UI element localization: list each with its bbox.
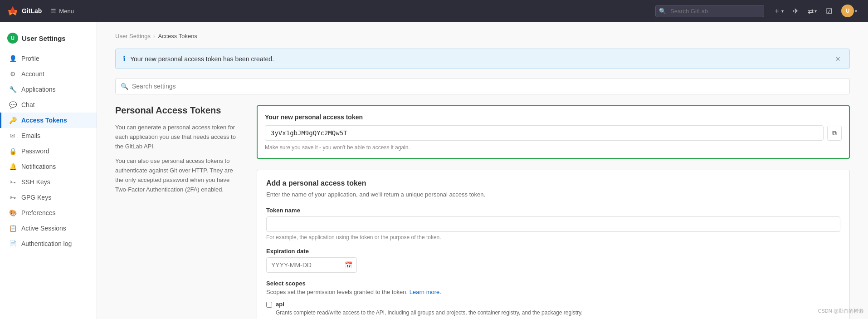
sidebar-header: U User Settings	[0, 29, 97, 51]
date-input-wrap: 📅	[266, 257, 357, 273]
nav-icons: ＋▾ ✈ ⇄▾ ☑ U ▾	[770, 2, 861, 20]
emails-icon: ✉	[9, 132, 17, 139]
sidebar-item-label: Preferences	[21, 209, 55, 216]
scope-api-item: api Grants complete read/write access to…	[266, 301, 840, 317]
todo-icon: ☑	[826, 7, 832, 15]
auth-log-icon: 📄	[9, 240, 17, 247]
section-title: Personal Access Tokens	[115, 105, 242, 116]
add-token-section: Add a personal access token Enter the na…	[257, 170, 850, 319]
breadcrumb: User Settings › Access Tokens	[115, 33, 850, 39]
password-icon: 🔒	[9, 147, 17, 155]
hamburger-icon: ☰	[51, 8, 56, 15]
breadcrumb-separator: ›	[153, 33, 155, 39]
sidebar-item-label: Password	[21, 147, 49, 155]
token-warning: Make sure you save it - you won't be abl…	[265, 144, 842, 151]
top-navigation: GitLab ☰ Menu 🔍 ＋▾ ✈ ⇄▾ ☑ U ▾	[0, 0, 868, 22]
sidebar-item-profile[interactable]: 👤 Profile	[0, 51, 97, 66]
sidebar-item-active-sessions[interactable]: 📋 Active Sessions	[0, 221, 97, 236]
scopes-group: Select scopes Scopes set the permission …	[266, 280, 840, 317]
sidebar-item-password[interactable]: 🔒 Password	[0, 143, 97, 159]
alert-close-button[interactable]: ×	[834, 55, 842, 63]
expiration-input[interactable]	[266, 257, 357, 273]
user-menu-button[interactable]: U ▾	[838, 2, 861, 20]
right-column: Your new personal access token ⧉ Make su…	[257, 105, 850, 319]
copy-token-button[interactable]: ⧉	[827, 126, 842, 141]
sidebar-item-gpg-keys[interactable]: 🗝 GPG Keys	[0, 190, 97, 205]
menu-label: Menu	[59, 8, 74, 15]
sidebar-item-account[interactable]: ⚙ Account	[0, 66, 97, 82]
sidebar-title: User Settings	[22, 34, 66, 42]
sidebar-item-applications[interactable]: 🔧 Applications	[0, 82, 97, 97]
sidebar-item-label: Emails	[21, 132, 40, 139]
token-value-row: ⧉	[265, 125, 842, 141]
main-content: User Settings › Access Tokens ℹ Your new…	[97, 22, 868, 319]
scope-api-info: api Grants complete read/write access to…	[276, 301, 583, 317]
account-icon: ⚙	[9, 70, 17, 78]
paperplane-icon: ✈	[793, 7, 799, 15]
sidebar-item-label: GPG Keys	[21, 194, 51, 201]
breadcrumb-parent[interactable]: User Settings	[115, 33, 151, 39]
scopes-label: Select scopes	[266, 280, 840, 287]
token-name-label: Token name	[266, 207, 840, 214]
access-tokens-icon: 🔑	[9, 117, 17, 124]
notifications-icon: 🔔	[9, 163, 17, 170]
token-name-input[interactable]	[266, 216, 840, 232]
sidebar-item-label: Access Tokens	[21, 117, 67, 124]
dropdown-chevron-icon: ▾	[781, 9, 784, 14]
avatar-chevron-icon: ▾	[855, 9, 857, 14]
paperplane-button[interactable]: ✈	[789, 4, 802, 18]
sidebar-item-chat[interactable]: 💬 Chat	[0, 97, 97, 113]
sidebar-item-label: Applications	[21, 86, 56, 93]
search-wrap: 🔍	[655, 5, 764, 17]
sidebar-item-preferences[interactable]: 🎨 Preferences	[0, 205, 97, 221]
sidebar-item-label: Active Sessions	[21, 225, 66, 232]
watermark: CSDN @勤奋的树懒	[818, 308, 863, 314]
sidebar-item-emails[interactable]: ✉ Emails	[0, 128, 97, 143]
learn-more-link[interactable]: Learn more.	[410, 289, 441, 295]
alert-info-icon: ℹ	[123, 54, 126, 63]
sidebar-item-label: Notifications	[21, 163, 56, 170]
token-name-hint: For example, the application using the t…	[266, 234, 840, 240]
sidebar-item-label: Profile	[21, 55, 39, 62]
token-name-group: Token name For example, the application …	[266, 207, 840, 240]
active-sessions-icon: 📋	[9, 225, 17, 232]
add-token-title: Add a personal access token	[266, 179, 840, 187]
global-search-input[interactable]	[655, 5, 764, 17]
scope-api-checkbox[interactable]	[266, 302, 272, 308]
avatar: U	[841, 5, 854, 17]
expiration-group: Expiration date 📅	[266, 248, 840, 273]
settings-search-icon: 🔍	[121, 83, 128, 90]
sidebar-item-label: Authentication log	[21, 240, 72, 247]
alert-banner: ℹ Your new personal access token has bee…	[115, 49, 850, 69]
merge-request-button[interactable]: ⇄▾	[804, 4, 820, 18]
menu-button[interactable]: ☰ Menu	[47, 6, 78, 16]
section-desc-2: You can also use personal access tokens …	[115, 157, 242, 194]
expiration-label: Expiration date	[266, 248, 840, 255]
settings-search-input[interactable]	[115, 78, 850, 94]
section-desc-1: You can generate a personal access token…	[115, 123, 242, 151]
profile-icon: 👤	[9, 55, 17, 62]
ssh-keys-icon: 🗝	[9, 178, 17, 186]
gitlab-logo[interactable]: GitLab	[7, 5, 42, 16]
gitlab-logo-text: GitLab	[22, 7, 42, 15]
applications-icon: 🔧	[9, 86, 17, 93]
create-button[interactable]: ＋▾	[770, 4, 787, 19]
sidebar-item-access-tokens[interactable]: 🔑 Access Tokens	[0, 113, 97, 128]
sidebar-item-ssh-keys[interactable]: 🗝 SSH Keys	[0, 174, 97, 190]
new-token-box: Your new personal access token ⧉ Make su…	[257, 105, 850, 159]
breadcrumb-current: Access Tokens	[158, 33, 197, 39]
preferences-icon: 🎨	[9, 209, 17, 216]
sidebar-item-notifications[interactable]: 🔔 Notifications	[0, 159, 97, 174]
token-value-input[interactable]	[265, 125, 824, 141]
sidebar-item-label: Account	[21, 70, 44, 78]
todo-button[interactable]: ☑	[822, 4, 836, 18]
scope-api-desc: Grants complete read/write access to the…	[276, 309, 583, 317]
plus-icon: ＋	[773, 6, 780, 16]
add-token-desc: Enter the name of your application, and …	[266, 191, 840, 198]
search-settings-wrap: 🔍	[115, 78, 850, 94]
merge-icon: ⇄	[808, 7, 814, 15]
merge-chevron-icon: ▾	[814, 9, 817, 14]
gpg-keys-icon: 🗝	[9, 194, 17, 201]
sidebar-item-auth-log[interactable]: 📄 Authentication log	[0, 236, 97, 251]
sidebar-item-label: SSH Keys	[21, 178, 50, 186]
